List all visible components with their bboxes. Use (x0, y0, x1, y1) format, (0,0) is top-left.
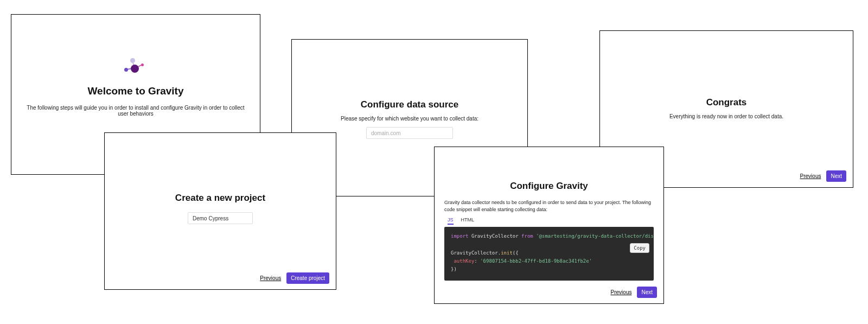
code-token: '@smartesting/gravity-data-collector/dis… (536, 233, 654, 239)
step-configure-gravity-panel: Configure Gravity Gravity data collector… (434, 147, 664, 304)
code-token: : (474, 258, 480, 264)
tab-html[interactable]: HTML (461, 217, 475, 225)
code-token: '69807154-bbb2-47ff-bd18-9b8ac341fb2e' (480, 258, 592, 264)
gravity-logo-icon (123, 58, 148, 74)
previous-link[interactable]: Previous (260, 275, 281, 281)
welcome-subtitle: The following steps will guide you in or… (11, 105, 260, 117)
congrats-title: Congrats (706, 97, 747, 108)
code-token: GravityCollector. (451, 250, 501, 256)
code-token: from (521, 233, 533, 239)
next-button[interactable]: Next (826, 170, 846, 182)
configure-title: Configure Gravity (444, 181, 654, 192)
step-create-project-panel: Create a new project Previous Create pro… (104, 132, 336, 290)
welcome-title: Welcome to Gravity (87, 85, 183, 97)
create-project-title: Create a new project (175, 193, 265, 204)
code-token: ({ (513, 250, 519, 256)
tab-js[interactable]: JS (448, 217, 454, 225)
code-tabs: JS HTML (444, 217, 654, 225)
domain-input[interactable] (366, 127, 453, 139)
data-source-subtitle: Please specify for which website you wan… (328, 116, 492, 122)
create-project-button[interactable]: Create project (286, 272, 329, 284)
code-token: }) (451, 266, 457, 272)
next-button[interactable]: Next (637, 287, 657, 298)
configure-description: Gravity data collector needs to be confi… (444, 199, 654, 213)
code-snippet: import GravityCollector from '@smartesti… (444, 227, 654, 280)
code-token: GravityCollector (471, 233, 519, 239)
previous-link[interactable]: Previous (800, 173, 821, 179)
previous-link[interactable]: Previous (611, 289, 632, 295)
project-name-input[interactable] (188, 212, 253, 224)
code-token: authKey (454, 258, 474, 264)
onboarding-collage: Welcome to Gravity The following steps w… (0, 0, 868, 324)
copy-button[interactable]: Copy (630, 243, 649, 253)
congrats-subtitle: Everything is ready now in order to coll… (656, 113, 796, 119)
code-token: init (501, 250, 513, 256)
code-token: import (451, 233, 469, 239)
data-source-title: Configure data source (361, 99, 458, 110)
